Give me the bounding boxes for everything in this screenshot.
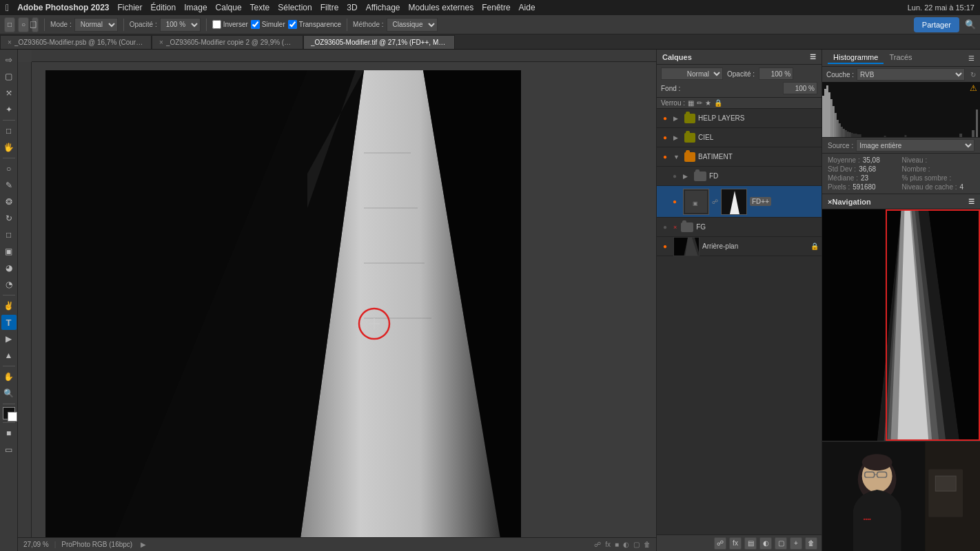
path-select-tool[interactable]: ▶ [1, 331, 17, 346]
shape-tool[interactable]: ▲ [1, 348, 17, 363]
nav-menu-icon[interactable]: ☰ [968, 198, 974, 205]
history-brush-tool[interactable]: ↻ [1, 211, 17, 226]
add-mask-btn[interactable]: ▤ [744, 537, 757, 550]
tab-traces[interactable]: Tracés [884, 52, 917, 64]
search-icon[interactable]: 🔍 [965, 19, 976, 30]
foreground-color[interactable] [3, 407, 15, 419]
eye-arriere-plan[interactable]: ● [660, 241, 671, 252]
arrow-ciel[interactable]: ▶ [673, 134, 682, 141]
tab-1[interactable]: × _OZ93605-Modifier.psb @ 16,7% (Courbes… [0, 35, 152, 49]
blur-tool[interactable]: ◕ [1, 260, 17, 276]
layer-fg-group[interactable]: ● × FG [657, 218, 821, 237]
eye-help-layers[interactable]: ● [660, 113, 671, 124]
screen-mode-tool[interactable]: ▭ [1, 442, 17, 457]
eye-fd-plus[interactable]: ● [669, 196, 680, 207]
layer-fd-plus[interactable]: ● ▣ ☍ [657, 186, 821, 218]
eyedropper-tool[interactable]: 🖐 [1, 140, 17, 155]
histogram-refresh-icon[interactable]: ↻ [970, 71, 976, 79]
pen-tool[interactable]: ✌ [1, 298, 17, 313]
hand-tool[interactable]: ✋ [1, 369, 17, 384]
new-group-btn[interactable]: ▢ [775, 537, 787, 550]
method-select[interactable]: Classique [387, 18, 438, 32]
stamp-tool[interactable]: ❂ [1, 194, 17, 209]
fill-input[interactable] [783, 82, 817, 94]
dodge-tool[interactable]: ◔ [1, 277, 17, 292]
source-select[interactable]: Image entière [856, 139, 974, 152]
text-tool[interactable]: T [1, 315, 17, 330]
gradient-tool[interactable]: ▣ [1, 244, 17, 259]
menu-affichage[interactable]: Affichage [366, 3, 400, 12]
lock-artboard-icon[interactable]: ★ [705, 99, 711, 107]
histogram-menu-icon[interactable]: ☰ [968, 54, 974, 62]
share-button[interactable]: Partager [914, 17, 959, 32]
eraser-tool[interactable]: □ [1, 227, 17, 242]
status-arrow[interactable]: ▶ [141, 541, 146, 548]
delete-layer-btn[interactable]: 🗑 [805, 537, 817, 550]
menu-edition[interactable]: Édition [151, 3, 176, 12]
layer-arriere-plan[interactable]: ● Arrière-plan 🔒 [657, 237, 821, 256]
blend-mode-select[interactable]: Normal [661, 67, 723, 80]
add-style-btn[interactable]: fx [729, 537, 742, 550]
brush-tool[interactable]: ✎ [1, 178, 17, 193]
tab-2-close[interactable]: × [159, 39, 163, 46]
menu-modules[interactable]: Modules externes [409, 3, 474, 12]
fx-icon[interactable]: fx [605, 541, 611, 548]
lock-all-icon[interactable]: 🔒 [714, 99, 722, 107]
canvas-container[interactable] [45, 70, 521, 539]
menu-calque[interactable]: Calque [216, 3, 242, 12]
magic-wand-tool[interactable]: ✦ [1, 102, 17, 117]
menu-texte[interactable]: Texte [250, 3, 270, 12]
eye-ciel[interactable]: ● [660, 132, 671, 143]
channel-select[interactable]: RVB [857, 68, 965, 81]
group-icon[interactable]: ▢ [633, 541, 640, 548]
layer-fd-group[interactable]: ● ▶ FD [657, 167, 821, 186]
arrow-fd-group[interactable]: ▶ [683, 173, 691, 180]
menu-selection[interactable]: Sélection [278, 3, 312, 12]
arrow-help-layers[interactable]: ▶ [673, 115, 682, 122]
layers-panel-menu[interactable]: ☰ [810, 53, 816, 61]
layer-ciel[interactable]: ● ▶ CIEL [657, 128, 821, 147]
tool-circle[interactable]: ○ [18, 17, 29, 32]
menu-image[interactable]: Image [184, 3, 207, 12]
spot-heal-tool[interactable]: ○ [1, 161, 17, 176]
menu-3d[interactable]: 3D [347, 3, 357, 12]
tool-square[interactable]: □ [4, 17, 15, 32]
opacity-select[interactable]: 100 % [160, 18, 201, 32]
eye-fd-group[interactable]: ● [669, 171, 680, 182]
trash-icon[interactable]: 🗑 [644, 541, 651, 548]
arrow-batiment[interactable]: ▼ [673, 154, 682, 160]
opacity-input[interactable] [759, 67, 793, 80]
histogram-warning-icon[interactable]: ⚠ [970, 83, 977, 93]
mask-icon[interactable]: ■ [615, 541, 619, 548]
lock-pixel-icon[interactable]: ▦ [688, 99, 694, 107]
menu-filtre[interactable]: Filtre [320, 3, 339, 12]
nav-preview[interactable] [822, 209, 980, 441]
menu-photoshop[interactable]: Adobe Photoshop 2023 [17, 3, 109, 12]
link-layers-btn[interactable]: ☍ [714, 537, 726, 550]
layer-batiment[interactable]: ● ▼ BATIMENT [657, 147, 821, 167]
quick-mask-tool[interactable]: ■ [1, 426, 17, 441]
menu-fenetre[interactable]: Fenêtre [482, 3, 510, 12]
new-layer-btn[interactable]: + [790, 537, 802, 550]
tab-2[interactable]: × _OZ93605-Modifier copie 2 @ 29,9% (Cal… [152, 35, 303, 49]
move-tool[interactable]: ⇨ [1, 52, 17, 67]
menu-fichier[interactable]: Fichier [117, 3, 142, 12]
mode-select[interactable]: Normal [74, 18, 118, 32]
eye-fg-group[interactable]: ● [660, 222, 671, 233]
tab-histogram[interactable]: Histogramme [828, 52, 884, 64]
apple-logo[interactable]:  [6, 2, 9, 13]
layer-help-layers[interactable]: ● ▶ HELP LAYERS [657, 109, 821, 128]
tool-poly[interactable]: ⃣ [32, 17, 39, 32]
menu-aide[interactable]: Aide [519, 3, 535, 12]
zoom-tool[interactable]: 🔍 [1, 386, 17, 401]
delete-fg-icon[interactable]: × [673, 224, 677, 231]
lock-position-icon[interactable]: ✏ [697, 99, 702, 107]
link-icon[interactable]: ☍ [594, 541, 601, 548]
crop-tool[interactable]: □ [1, 123, 17, 138]
invert-checkbox[interactable] [212, 20, 221, 29]
adj-icon[interactable]: ◐ [623, 541, 629, 548]
eye-batiment[interactable]: ● [660, 152, 671, 163]
lasso-tool[interactable]: ⤧ [1, 85, 17, 101]
marquee-tool[interactable]: ▢ [1, 69, 17, 84]
simulate-checkbox[interactable] [251, 20, 260, 29]
